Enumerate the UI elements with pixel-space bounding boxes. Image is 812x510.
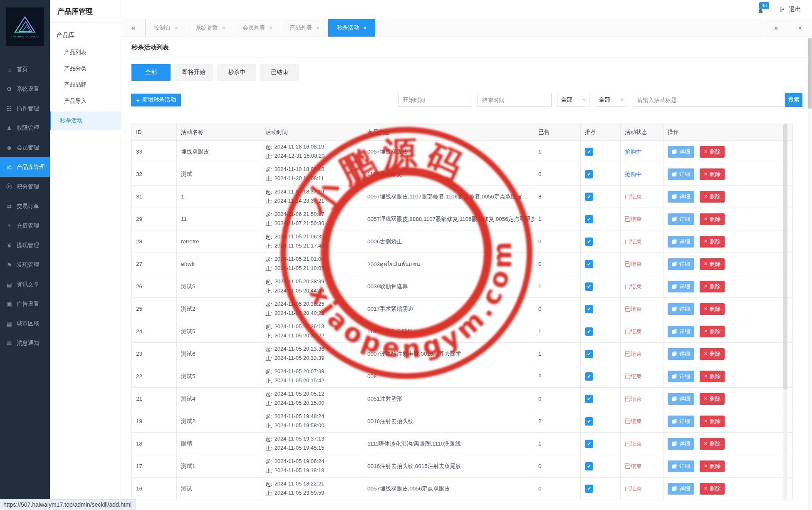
sidebar-item[interactable]: ☻ 会员管理 [0,138,50,157]
recommend-checkbox[interactable]: ✔ [585,440,593,448]
tab-close-icon[interactable]: ✕ [222,25,225,31]
sidebar-item-label: 插件管理 [17,105,39,112]
subsidebar-item[interactable]: 产品品牌 [50,77,121,93]
recommend-checkbox[interactable]: ✔ [585,170,593,178]
detail-button[interactable]: 详细 [668,213,694,225]
status-select[interactable]: 全部 [557,93,589,107]
recommend-checkbox[interactable]: ✔ [585,462,593,470]
delete-button[interactable]: ✕ 删除 [700,191,725,203]
sidebar-item[interactable]: ⚙ 系统设置 [0,79,50,99]
detail-button[interactable]: 详细 [668,146,694,158]
subsidebar-item[interactable]: 产品列表 [50,44,121,60]
recommend-checkbox[interactable]: ✔ [585,238,593,246]
delete-button[interactable]: ✕ 删除 [700,303,725,315]
recommend-checkbox[interactable]: ✔ [585,305,593,313]
delete-button[interactable]: ✕ 删除 [700,236,725,248]
filter-button[interactable]: 全部 [131,64,171,81]
recommend-checkbox[interactable]: ✔ [585,215,593,223]
delete-button[interactable]: ✕ 删除 [700,258,725,270]
tab[interactable]: 会员列表 ✕ [234,19,281,37]
sidebar-item[interactable]: ⚑ 发现管理 [0,255,50,275]
tab-close-icon[interactable]: ✕ [175,25,178,31]
sidebar-item[interactable]: ♟ 权限管理 [0,118,50,138]
sidebar-item[interactable]: ¥ 充值管理 [0,216,50,235]
recommend-checkbox[interactable]: ✔ [585,193,593,201]
delete-button[interactable]: ✕ 删除 [700,213,725,225]
sidebar-item[interactable]: Ⓟ 积分管理 [0,177,50,196]
tabs-close-all-button[interactable]: ✕ [788,19,812,37]
window-scrollbar-thumb[interactable] [808,38,812,109]
logout-button[interactable]: 退出 [779,5,801,13]
detail-button[interactable]: 详细 [668,281,694,292]
tab[interactable]: 控制台 ✕ [146,19,187,37]
recommend-select[interactable]: 全部 [595,93,627,107]
table-scrollbar-thumb[interactable] [783,124,787,390]
detail-button[interactable]: 详细 [668,191,694,203]
table-scrollbar[interactable] [783,124,787,500]
delete-button[interactable]: ✕ 删除 [700,483,725,495]
recommend-checkbox[interactable]: ✔ [585,350,593,358]
recommend-checkbox[interactable]: ✔ [585,327,593,336]
recommend-checkbox[interactable]: ✔ [585,395,593,403]
recommend-checkbox[interactable]: ✔ [585,282,593,291]
detail-button[interactable]: 详细 [668,371,694,382]
detail-button[interactable]: 详细 [668,416,694,427]
tab-close-icon[interactable]: ✕ [316,25,319,31]
recommend-checkbox[interactable]: ✔ [585,417,593,426]
sidebar-item[interactable]: ▦ 城市区域 [0,314,50,333]
sidebar-item[interactable]: ¥ 提现管理 [0,235,50,255]
sidebar-item[interactable]: ⇄ 交易订单 [0,196,50,216]
delete-button[interactable]: ✕ 删除 [700,460,725,472]
recommend-checkbox[interactable]: ✔ [585,260,593,268]
delete-button[interactable]: ✕ 删除 [700,168,725,180]
recommend-checkbox[interactable]: ✔ [585,485,593,493]
detail-button[interactable]: 详细 [668,236,694,248]
notifications-button[interactable]: 43 [756,4,766,15]
tabs-scroll-left-button[interactable]: « [121,19,146,37]
add-seckill-button[interactable]: + 新增秒杀活动 [131,94,181,106]
sidebar-item[interactable]: ☷ 插件管理 [0,99,50,118]
tab[interactable]: 系统参数 ✕ [187,19,234,37]
detail-button[interactable]: 详细 [668,460,694,472]
recommend-checkbox[interactable]: ✔ [585,148,593,156]
detail-button[interactable]: 详细 [668,393,694,405]
tab-close-icon[interactable]: ✕ [363,25,366,31]
detail-button[interactable]: 详细 [668,348,694,360]
detail-button[interactable]: 详细 [668,438,694,450]
sidebar-item[interactable]: ⚖ 产品库管理 [0,157,50,177]
filter-button[interactable]: 已结束 [260,64,299,81]
delete-button[interactable]: ✕ 删除 [700,326,725,337]
sidebar-item[interactable]: ▣ 广告设置 [0,294,50,314]
detail-button[interactable]: 详细 [668,168,694,180]
start-time-input[interactable] [398,93,472,107]
keyword-input[interactable] [633,93,784,107]
delete-button[interactable]: ✕ 删除 [700,371,725,382]
delete-button[interactable]: ✕ 删除 [700,438,725,450]
delete-button[interactable]: ✕ 删除 [700,146,725,158]
tab[interactable]: 秒杀活动 ✕ [328,19,375,37]
tab[interactable]: 产品列表 ✕ [281,19,328,37]
delete-button[interactable]: ✕ 删除 [700,393,725,405]
filter-button[interactable]: 即将开始 [174,64,213,81]
subsidebar-item[interactable]: 产品导入 [50,93,121,109]
detail-button[interactable]: 详细 [668,258,694,270]
search-button[interactable]: 搜索 [785,93,802,107]
tabs-scroll-right-button[interactable]: » [764,19,788,37]
tab-close-icon[interactable]: ✕ [269,25,272,31]
sidebar-item[interactable]: ✉ 消息通知 [0,333,50,353]
end-time-input[interactable] [478,93,552,107]
detail-button[interactable]: 详细 [668,303,694,315]
sidebar-item[interactable]: ⌂ 首页 [0,59,50,79]
delete-button[interactable]: ✕ 删除 [700,281,725,292]
filter-button[interactable]: 秒杀中 [217,64,256,81]
window-scrollbar[interactable] [808,38,812,510]
subsidebar-item[interactable]: 产品分类 [50,60,121,77]
delete-button[interactable]: ✕ 删除 [700,348,725,360]
delete-button[interactable]: ✕ 删除 [700,416,725,427]
cell-product-info: 1107眼部修复 [363,163,534,186]
recommend-checkbox[interactable]: ✔ [585,372,593,381]
sidebar-item[interactable]: ▤ 资讯文章 [0,275,50,294]
subsidebar-item[interactable]: 秒杀活动 [50,111,121,130]
detail-button[interactable]: 详细 [668,326,694,337]
detail-button[interactable]: 详细 [668,483,694,495]
